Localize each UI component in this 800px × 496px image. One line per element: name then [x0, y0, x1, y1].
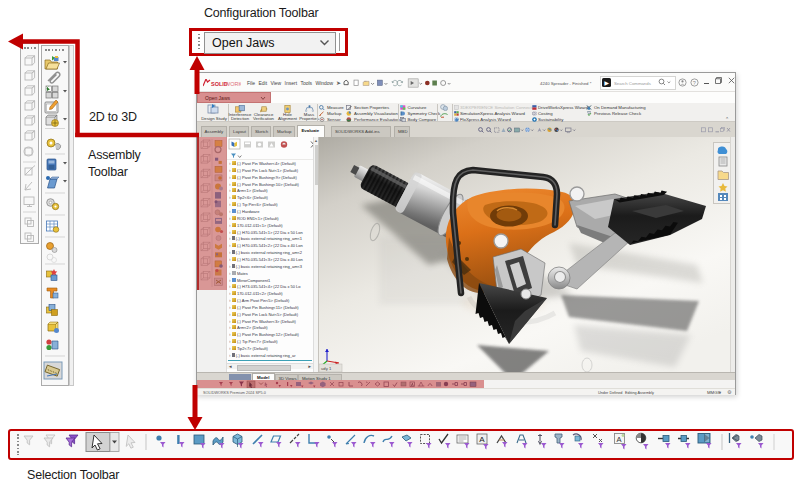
- svg-text:udy 1: udy 1: [321, 366, 332, 371]
- svg-text:A: A: [411, 381, 414, 386]
- svg-text:A: A: [617, 435, 622, 444]
- svg-text:?: ?: [693, 79, 696, 85]
- svg-text:A: A: [479, 435, 485, 444]
- svg-text:WORKS: WORKS: [225, 81, 241, 87]
